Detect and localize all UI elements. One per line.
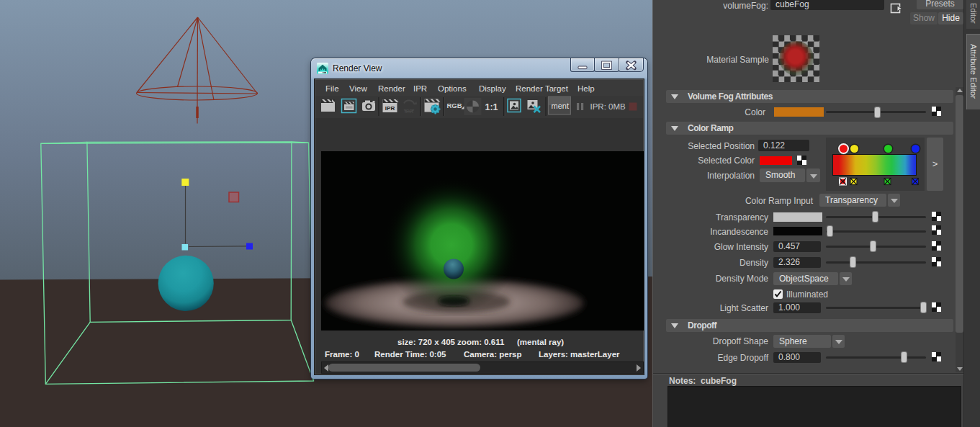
svg-text:ment: ment [552, 102, 569, 110]
svg-text:RGB: RGB [447, 102, 462, 109]
svg-text:IPR: IPR [385, 105, 395, 112]
svg-text:IPR: IPR [405, 108, 414, 114]
svg-text:IPR: 0MB: IPR: 0MB [590, 102, 626, 111]
svg-text:1:1: 1:1 [485, 102, 498, 112]
